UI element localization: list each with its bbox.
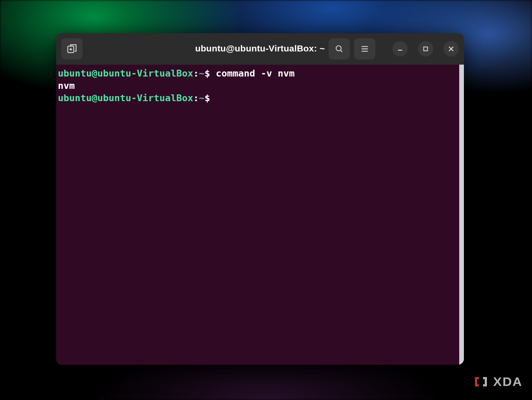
terminal-body-wrap: ubuntu@ubuntu-VirtualBox:~$ command -v n… [56,65,464,365]
minimize-icon [397,46,403,52]
prompt-path: ~ [199,93,204,103]
prompt-colon: : [193,93,199,103]
search-icon [335,44,344,54]
svg-point-3 [336,46,341,51]
window-titlebar [56,33,464,65]
hamburger-menu-button[interactable] [354,38,375,60]
close-button[interactable] [443,41,459,57]
prompt-user-host: ubuntu@ubuntu-VirtualBox [58,68,193,79]
prompt-command: command -v nvm [216,68,295,79]
terminal-line: nvm [58,79,458,92]
prompt-symbol: $ [204,68,216,79]
terminal-window: ubuntu@ubuntu-VirtualBox: ~ [56,33,464,365]
terminal-line: ubuntu@ubuntu-VirtualBox:~$ command -v n… [58,67,458,79]
hamburger-icon [360,44,369,54]
maximize-icon [423,46,429,52]
prompt-user-host: ubuntu@ubuntu-VirtualBox [58,93,193,103]
new-tab-icon [66,43,77,54]
minimize-button[interactable] [392,41,408,57]
terminal-line: ubuntu@ubuntu-VirtualBox:~$ [58,92,458,104]
svg-line-4 [340,50,342,52]
prompt-path: ~ [199,68,204,79]
search-button[interactable] [329,38,350,60]
maximize-button[interactable] [418,41,433,57]
terminal-scrollbar[interactable] [459,65,464,365]
prompt-colon: : [193,68,199,79]
svg-rect-9 [424,47,428,51]
prompt-symbol: $ [204,93,216,103]
close-icon [448,46,454,52]
terminal-body[interactable]: ubuntu@ubuntu-VirtualBox:~$ command -v n… [56,65,459,365]
new-tab-button[interactable] [61,38,83,60]
terminal-output: nvm [58,80,75,91]
